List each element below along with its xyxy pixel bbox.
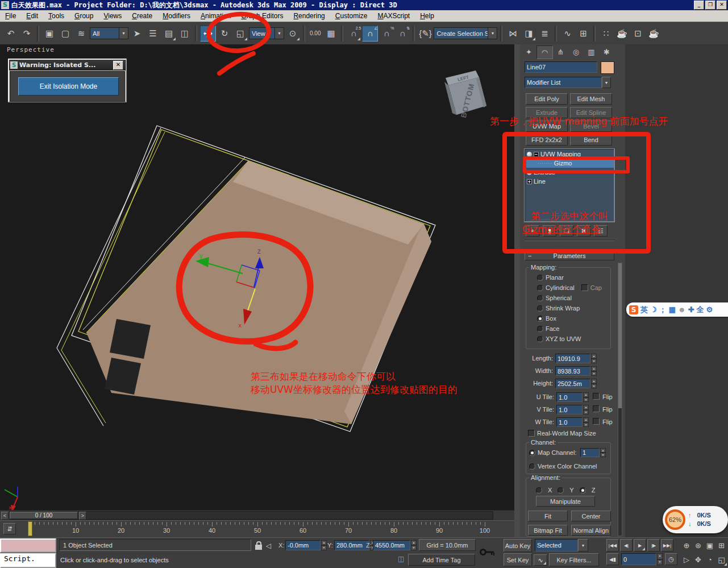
lang-mode-label[interactable]: 英	[640, 305, 648, 315]
select-and-manipulate-icon[interactable]: ▦	[323, 26, 338, 41]
panel-scrollbar-thumb[interactable]	[618, 263, 622, 408]
map-channel-radio[interactable]	[529, 450, 535, 456]
rectangular-selection-icon[interactable]: ▤	[161, 26, 176, 41]
close-button[interactable]: ✕	[717, 1, 727, 10]
dropdown-arrow-icon[interactable]: ▼	[119, 28, 128, 39]
tab-modify[interactable]: ◠	[536, 45, 553, 59]
menu-customize[interactable]: Customize	[330, 11, 373, 21]
zoom-all-icon[interactable]: ⊛	[693, 538, 704, 552]
dim-field-2[interactable]: 2502.5m	[555, 379, 590, 388]
tile-field-1[interactable]: 1.0	[556, 405, 583, 414]
auto-key-button[interactable]: Auto Key	[504, 539, 532, 552]
menu-help[interactable]: Help	[415, 11, 439, 21]
render-setup-icon[interactable]: ☕	[614, 26, 629, 41]
field-of-view-icon[interactable]: ▷	[681, 553, 692, 566]
punctuation-icon[interactable]: ；	[659, 305, 667, 315]
tab-motion[interactable]: ◎	[568, 45, 584, 58]
mapping-radio-cylindrical[interactable]	[537, 285, 543, 291]
map-channel-field[interactable]: 1	[580, 448, 600, 457]
mapping-radio-spherical[interactable]	[537, 295, 543, 301]
minimize-button[interactable]: _	[694, 1, 704, 10]
dim-field-0[interactable]: 10910.9	[555, 354, 590, 363]
keyboard-override-icon[interactable]: {✎}	[418, 26, 432, 41]
object-color-swatch[interactable]	[601, 61, 614, 74]
select-by-name-icon[interactable]: ☰	[145, 26, 160, 41]
selection-filter-dropdown[interactable]: All▼	[90, 27, 128, 39]
vertex-color-radio[interactable]	[529, 463, 535, 470]
select-and-move-icon[interactable]	[200, 26, 216, 42]
wrench-icon[interactable]: ⚙	[706, 305, 713, 314]
unlink-selection-icon[interactable]: ▢	[58, 26, 73, 41]
menu-group[interactable]: Group	[69, 11, 98, 21]
absolute-mode-icon[interactable]: ◁	[266, 542, 271, 550]
align-radio-z[interactable]	[580, 487, 586, 494]
selection-lock-icon[interactable]	[255, 545, 262, 550]
dialog-title-bar[interactable]: S Warning: Isolated S... ✕	[9, 60, 126, 71]
time-config-icon[interactable]: ◷	[665, 553, 677, 565]
maximize-viewport-icon[interactable]: ◱	[716, 553, 727, 566]
modifier-button-edit-poly[interactable]: Edit Poly	[526, 93, 568, 105]
schematic-view-icon[interactable]: ⊞	[576, 26, 590, 41]
dropdown-arrow-icon[interactable]: ▼	[488, 28, 497, 39]
mapping-radio-box[interactable]	[537, 316, 543, 322]
undo-icon[interactable]: ↶	[3, 26, 18, 41]
add-time-tag[interactable]: Add Time Tag	[408, 554, 475, 566]
perspective-viewport[interactable]: y z x LEFT BOTTOM	[0, 44, 515, 510]
selection-set-dropdown[interactable]: Selected	[535, 539, 578, 552]
zoom-extents-icon[interactable]: ▣	[704, 538, 715, 552]
select-and-rotate-icon[interactable]: ↻	[217, 26, 232, 41]
moon-icon[interactable]: ☽	[650, 305, 657, 314]
layer-manager-icon[interactable]: ≣	[537, 26, 552, 41]
go-to-start-button[interactable]: |◀◀	[606, 539, 619, 552]
tile-spinner-2[interactable]: ▲▼	[583, 417, 589, 427]
menu-views[interactable]: Views	[98, 11, 127, 21]
bind-to-space-warp-icon[interactable]: ≋	[74, 26, 89, 41]
sogou-logo[interactable]: S	[629, 305, 638, 314]
keyboard-icon[interactable]: ▦	[669, 305, 676, 314]
mapping-radio-xyz-to-uvw[interactable]	[537, 336, 543, 342]
mapping-radio-face[interactable]	[537, 326, 543, 332]
center-button[interactable]: Center	[571, 511, 611, 521]
default-tangent-icon[interactable]: ∿	[534, 554, 547, 566]
zoom-icon[interactable]: ⊕	[681, 538, 692, 552]
quanjiao-label[interactable]: 全	[697, 305, 704, 315]
coord-spinner-0[interactable]: ▲▼	[321, 540, 327, 550]
exit-isolation-mode-button[interactable]: Exit Isolation Mode	[18, 77, 119, 96]
dropdown-arrow-icon[interactable]: ▼	[274, 28, 284, 39]
manipulate-button[interactable]: Manipulate	[536, 496, 595, 507]
mapping-radio-shrink-wrap[interactable]	[537, 305, 543, 312]
person-icon[interactable]: ☻	[678, 305, 686, 314]
quick-render-icon[interactable]: ☕	[646, 26, 661, 41]
current-frame-field[interactable]: 0	[621, 553, 656, 565]
time-slider-thumb[interactable]: 0 / 100	[10, 512, 78, 519]
mini-curve-editor-button[interactable]: ⇵	[3, 523, 16, 534]
skin-icon[interactable]: ✚	[688, 305, 694, 314]
maxscript-listener-top[interactable]	[0, 538, 56, 553]
key-filters-button[interactable]: Key Filters...	[549, 553, 599, 566]
previous-frame-button[interactable]: ◀|	[620, 539, 633, 552]
menu-edit[interactable]: Edit	[21, 11, 43, 21]
set-key-button[interactable]: Set Key	[504, 553, 532, 566]
pan-icon[interactable]: ✥	[693, 553, 704, 566]
network-speed-widget[interactable]: 62% ↑ ↓ 0K/S 0K/S	[663, 506, 728, 533]
bitmap-fit-button[interactable]: Bitmap Fit	[528, 525, 568, 536]
tile-field-2[interactable]: 1.0	[556, 417, 583, 427]
tab-hierarchy[interactable]: ⋔	[553, 45, 568, 58]
select-and-link-icon[interactable]: ▣	[42, 26, 57, 41]
dim-field-1[interactable]: 8938.93	[555, 366, 590, 376]
zoom-extents-all-icon[interactable]: ⊞	[716, 538, 727, 552]
real-world-checkbox[interactable]	[528, 430, 535, 437]
modifier-list-arrow-icon[interactable]: ▼	[602, 77, 611, 88]
coord-field-2[interactable]: 4550.0mm	[373, 540, 410, 550]
snap-toggle-icon[interactable]: ∩2.5	[346, 26, 361, 41]
frame-spinner[interactable]: ▲▼	[657, 553, 663, 565]
window-crossing-icon[interactable]: ◫	[177, 26, 192, 41]
flip-checkbox-1[interactable]	[593, 405, 600, 412]
menu-file[interactable]: File	[0, 11, 21, 21]
tab-create[interactable]: ✦	[521, 45, 536, 58]
next-frame-button[interactable]: |▶	[647, 539, 660, 552]
track-bar[interactable]: ⇵ 0102030405060708090100	[0, 520, 514, 538]
percent-snap-icon[interactable]: ∩%	[379, 26, 394, 41]
angle-snap-icon[interactable]: ∩∠	[362, 26, 378, 42]
tab-utilities[interactable]: ✱	[599, 45, 614, 58]
